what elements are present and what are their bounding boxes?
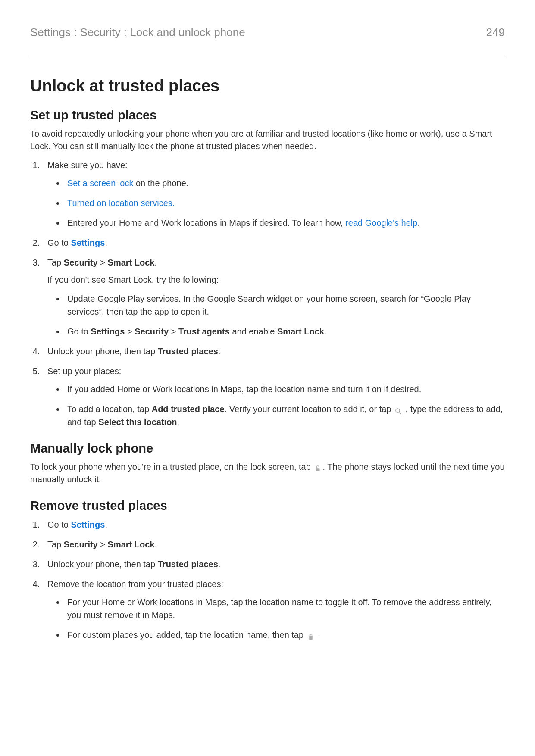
s3b2-sep2: > — [169, 327, 178, 336]
svg-rect-3 — [309, 636, 313, 640]
link-google-help[interactable]: read Google's help — [345, 218, 417, 228]
step3-sep: > — [98, 258, 108, 267]
step3-note: If you don't see Smart Lock, try the fol… — [47, 273, 505, 286]
s3b2-b1: Settings — [91, 327, 125, 336]
s3b2-b2: Security — [135, 327, 169, 336]
r-step2-after: . — [154, 540, 157, 549]
setup-steps-list: Make sure you have: Set a screen lock on… — [30, 159, 505, 428]
step4-after: . — [218, 347, 221, 356]
lock-icon — [314, 463, 322, 471]
setup-step-1: Make sure you have: Set a screen lock on… — [42, 159, 505, 229]
remove-step-3: Unlock your phone, then tap Trusted plac… — [42, 558, 505, 571]
step1-bullet-1: Set a screen lock on the phone. — [65, 177, 505, 190]
s3b2-mid: and enable — [230, 327, 277, 336]
setup-step-3: Tap Security > Smart Lock. If you don't … — [42, 256, 505, 338]
r-step2-bold2: Smart Lock — [108, 540, 155, 549]
page-header: Settings : Security : Lock and unlock ph… — [30, 26, 505, 56]
remove-step-1: Go to Settings. — [42, 518, 505, 531]
r-step1-after: . — [105, 520, 107, 529]
r-step4-text: Remove the location from your trusted pl… — [47, 579, 223, 589]
r-step2-bold1: Security — [64, 540, 98, 549]
step1-bullet-3-before: Entered your Home and Work locations in … — [67, 218, 345, 228]
section-manual-para: To lock your phone when you're in a trus… — [30, 461, 505, 486]
step1-bullet-3: Entered your Home and Work locations in … — [65, 216, 505, 229]
trash-icon — [307, 631, 315, 639]
page-container: Settings : Security : Lock and unlock ph… — [0, 0, 535, 756]
link-location-services[interactable]: Turned on location services. — [67, 198, 175, 208]
breadcrumb: Settings : Security : Lock and unlock ph… — [30, 26, 245, 39]
step3-before: Tap — [47, 258, 64, 267]
step3-bullet-2: Go to Settings > Security > Trust agents… — [65, 325, 505, 338]
step3-bullets: Update Google Play services. In the Goog… — [47, 292, 505, 338]
step3-after: . — [154, 258, 157, 267]
setup-step-5: Set up your places: If you added Home or… — [42, 365, 505, 428]
s5b2-bold2: Select this location — [98, 417, 177, 427]
page-title: Unlock at trusted places — [30, 77, 505, 95]
s5b2-mid1: . Verify your current location to add it… — [225, 404, 394, 414]
remove-step-4: Remove the location from your trusted pl… — [42, 578, 505, 641]
page-number: 249 — [486, 26, 505, 39]
r-step4-bullets: For your Home or Work locations in Maps,… — [47, 596, 505, 641]
s3b2-sep1: > — [125, 327, 135, 336]
section-setup-heading: Set up trusted places — [30, 108, 505, 122]
step5-bullets: If you added Home or Work locations in M… — [47, 383, 505, 428]
step4-before: Unlock your phone, then tap — [47, 347, 158, 356]
r-step1-before: Go to — [47, 520, 71, 529]
step1-bullet-3-after: . — [417, 218, 420, 228]
s3b2-b3: Trust agents — [178, 327, 230, 336]
remove-step-2: Tap Security > Smart Lock. — [42, 538, 505, 551]
r4b2-before: For custom places you added, tap the loc… — [67, 630, 306, 640]
s3b2-after: . — [324, 327, 327, 336]
step3-bullet-1: Update Google Play services. In the Goog… — [65, 292, 505, 318]
svg-line-1 — [399, 412, 401, 414]
r-step4-bullet-2: For custom places you added, tap the loc… — [65, 628, 505, 641]
svg-point-0 — [396, 409, 400, 412]
s5b2-bold1: Add trusted place — [152, 404, 225, 414]
s3b2-before: Go to — [67, 327, 91, 336]
link-settings-2[interactable]: Settings — [71, 520, 105, 529]
r-step3-after: . — [218, 559, 221, 569]
section-setup-intro: To avoid repeatedly unlocking your phone… — [30, 128, 505, 153]
r-step3-bold: Trusted places — [158, 559, 218, 569]
r-step2-sep: > — [98, 540, 108, 549]
r-step2-before: Tap — [47, 540, 64, 549]
step4-bold: Trusted places — [158, 347, 218, 356]
step1-bullet-2: Turned on location services. — [65, 197, 505, 209]
setup-step-2: Go to Settings. — [42, 236, 505, 249]
step3-bold1: Security — [64, 258, 98, 267]
step1-bullets: Set a screen lock on the phone. Turned o… — [47, 177, 505, 229]
step5-text: Set up your places: — [47, 366, 121, 376]
link-settings-1[interactable]: Settings — [71, 238, 105, 247]
remove-steps-list: Go to Settings. Tap Security > Smart Loc… — [30, 518, 505, 641]
s3b2-b4: Smart Lock — [277, 327, 324, 336]
svg-rect-4 — [308, 634, 313, 635]
svg-rect-5 — [310, 634, 311, 635]
step5-bullet-1: If you added Home or Work locations in M… — [65, 383, 505, 396]
step5-bullet-2: To add a location, tap Add trusted place… — [65, 403, 505, 428]
s5b2-after: . — [177, 417, 180, 427]
manual-before: To lock your phone when you're in a trus… — [30, 462, 313, 472]
step1-bullet-1-rest: on the phone. — [133, 178, 188, 188]
setup-step-4: Unlock your phone, then tap Trusted plac… — [42, 345, 505, 358]
section-manual-heading: Manually lock phone — [30, 441, 505, 456]
r-step4-bullet-1: For your Home or Work locations in Maps,… — [65, 596, 505, 622]
link-set-screen-lock[interactable]: Set a screen lock — [67, 178, 133, 188]
step2-before: Go to — [47, 238, 71, 247]
svg-rect-2 — [316, 468, 320, 471]
r4b2-after: . — [316, 630, 320, 640]
r-step3-before: Unlock your phone, then tap — [47, 559, 158, 569]
step2-after: . — [105, 238, 107, 247]
step1-text: Make sure you have: — [47, 160, 128, 170]
s5b2-before: To add a location, tap — [67, 404, 152, 414]
step3-bold2: Smart Lock — [108, 258, 155, 267]
search-icon — [394, 406, 402, 413]
section-remove-heading: Remove trusted places — [30, 499, 505, 513]
